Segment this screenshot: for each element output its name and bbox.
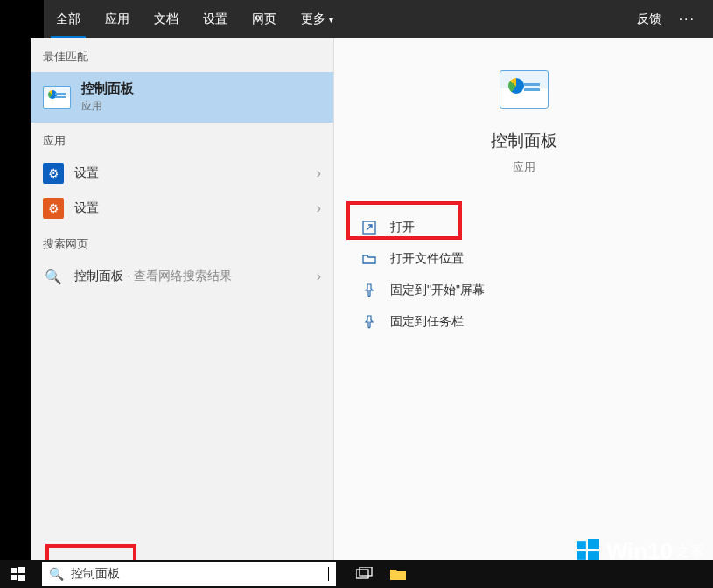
start-button[interactable] [0,560,37,588]
gear-icon: ⚙ [43,163,64,184]
best-match-sub: 应用 [81,99,134,114]
action-label: 固定到"开始"屏幕 [390,283,485,298]
search-input[interactable] [71,567,327,581]
control-panel-icon-large [500,70,549,108]
feedback-link[interactable]: 反馈 [626,11,672,27]
preview-column: 控制面板 应用 打开 打开文件位置 固定到"开始"屏幕 [334,38,713,560]
tab-docs[interactable]: 文档 [142,0,191,38]
svg-rect-8 [18,575,25,581]
web-item-query: 控制面板 [74,269,123,283]
web-label: 搜索网页 [31,226,333,259]
control-panel-icon [43,86,71,108]
chevron-right-icon: › [317,269,321,284]
web-item-label: 控制面板 - 查看网络搜索结果 [74,269,232,284]
web-item-suffix: - 查看网络搜索结果 [123,269,232,283]
preview-sub: 应用 [513,159,535,175]
taskbar-search[interactable]: 🔍 [42,562,336,586]
more-options-icon[interactable]: ··· [672,11,703,27]
taskbar-icons [355,564,408,584]
tab-settings[interactable]: 设置 [191,0,240,38]
text-caret [328,567,329,581]
action-pin-taskbar[interactable]: 固定到任务栏 [353,306,713,338]
pin-icon [360,284,378,298]
svg-rect-6 [18,567,25,573]
tab-apps[interactable]: 应用 [93,0,142,38]
svg-rect-7 [11,575,17,580]
action-label: 打开文件位置 [390,251,464,267]
best-match-text: 控制面板 应用 [81,80,134,114]
web-search-item[interactable]: 🔍 控制面板 - 查看网络搜索结果 › [31,259,333,294]
pin-icon [360,315,378,329]
svg-rect-2 [588,539,599,550]
tab-all[interactable]: 全部 [44,0,93,38]
chevron-right-icon: › [317,200,321,216]
task-view-icon[interactable] [355,564,374,584]
action-open-location[interactable]: 打开文件位置 [353,243,713,275]
tab-more-label: 更多 [301,11,325,27]
search-icon: 🔍 [43,266,64,287]
svg-rect-5 [11,568,17,573]
file-explorer-icon[interactable] [388,564,408,584]
app-item-label: 设置 [74,165,99,181]
action-pin-start[interactable]: 固定到"开始"屏幕 [353,275,713,306]
tab-web[interactable]: 网页 [240,0,289,38]
chevron-right-icon: › [317,165,321,181]
action-open[interactable]: 打开 [353,212,713,243]
app-item-settings-2[interactable]: ⚙ 设置 › [31,191,333,226]
header-right: 反馈 ··· [626,11,713,27]
folder-icon [360,252,378,266]
svg-rect-1 [577,541,586,550]
svg-rect-10 [360,567,372,576]
app-item-settings-1[interactable]: ⚙ 设置 › [31,156,333,191]
search-icon: 🔍 [49,567,64,581]
best-match-title: 控制面板 [81,80,134,97]
action-label: 固定到任务栏 [390,314,464,330]
best-match-item[interactable]: 控制面板 应用 [31,72,333,122]
taskbar: 🔍 [0,560,713,588]
preview-title: 控制面板 [491,130,557,152]
preview-actions: 打开 打开文件位置 固定到"开始"屏幕 固定到任务栏 [334,212,713,338]
search-panel: 最佳匹配 控制面板 应用 应用 ⚙ 设置 › ⚙ 设置 › 搜索网页 🔍 控制面… [31,38,713,560]
watermark-sub: 之家 [676,542,704,561]
chevron-down-icon: ▾ [329,15,333,24]
results-column: 最佳匹配 控制面板 应用 应用 ⚙ 设置 › ⚙ 设置 › 搜索网页 🔍 控制面… [31,38,334,560]
gear-icon: ⚙ [43,198,64,219]
app-item-label: 设置 [74,200,99,216]
action-label: 打开 [390,220,415,235]
svg-rect-9 [356,570,368,578]
apps-label: 应用 [31,122,333,156]
open-icon [360,220,378,234]
best-match-label: 最佳匹配 [31,38,333,72]
svg-rect-3 [577,551,586,560]
search-header: 全部 应用 文档 设置 网页 更多 ▾ 反馈 ··· [44,0,713,38]
tabs: 全部 应用 文档 设置 网页 更多 ▾ [44,0,346,38]
tab-more[interactable]: 更多 ▾ [289,0,346,38]
